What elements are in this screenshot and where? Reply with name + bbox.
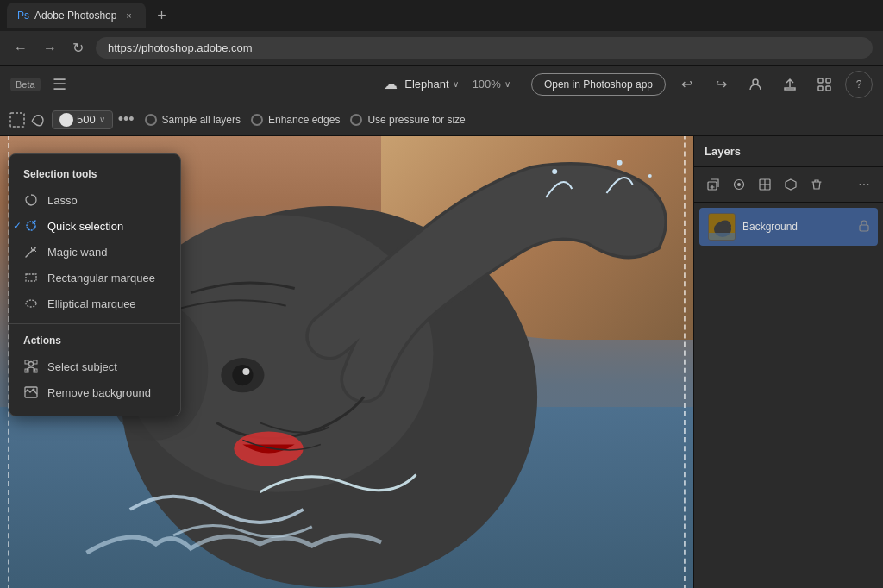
select-subject-icon: [23, 359, 39, 374]
rectangular-marquee-label: Rectangular marquee: [47, 272, 155, 285]
share-button[interactable]: [776, 71, 804, 98]
sample-all-layers-toggle[interactable]: Sample all layers: [145, 114, 241, 126]
adjustment-button[interactable]: [753, 172, 777, 197]
nav-forward-button[interactable]: →: [40, 37, 60, 59]
share-icon: [783, 78, 797, 91]
smart-object-button[interactable]: [779, 172, 803, 197]
lock-icon: [859, 220, 869, 232]
zoom-chevron: ∨: [504, 79, 510, 89]
tool-icons: [9, 111, 47, 128]
selection-lasso-icon: [29, 111, 47, 128]
undo-button[interactable]: ↩: [673, 71, 700, 98]
svg-point-10: [242, 368, 249, 375]
settings-icon: [817, 78, 831, 91]
new-tab-button[interactable]: +: [149, 3, 173, 28]
redo-button[interactable]: ↪: [707, 71, 735, 98]
layers-panel-title: Layers: [705, 145, 741, 158]
layers-more-button[interactable]: ···: [852, 172, 876, 197]
elliptical-marquee-label: Elliptical marquee: [47, 297, 136, 310]
canvas-area[interactable]: Selection tools Lasso ✓: [0, 136, 693, 588]
quick-selection-menu-item[interactable]: ✓ Quick selection: [9, 213, 180, 239]
elliptical-marquee-menu-item[interactable]: Elliptical marquee: [9, 291, 180, 316]
remove-background-label: Remove background: [47, 386, 151, 399]
svg-point-30: [737, 183, 741, 186]
main-area: Selection tools Lasso ✓: [0, 136, 883, 588]
help-button[interactable]: ?: [845, 71, 873, 98]
tab-title: Adobe Photoshop: [34, 9, 116, 22]
open-photoshop-button[interactable]: Open in Photoshop app: [531, 73, 666, 96]
svg-point-27: [33, 389, 35, 391]
sample-all-layers-radio[interactable]: [145, 114, 157, 126]
magic-wand-menu-item[interactable]: Magic wand: [9, 239, 180, 265]
browser-tab-active[interactable]: Ps Adobe Photoshop ×: [7, 3, 146, 28]
enhance-edges-radio[interactable]: [251, 114, 263, 126]
brush-size-value: 500: [77, 113, 96, 126]
nav-refresh-button[interactable]: ↻: [69, 36, 87, 59]
settings-button[interactable]: [811, 71, 838, 98]
selection-rect-icon: [9, 111, 26, 128]
select-subject-menu-item[interactable]: Select subject: [9, 353, 180, 379]
svg-rect-22: [25, 360, 28, 364]
brush-size-group: 500 ∨ •••: [9, 110, 135, 129]
use-pressure-toggle[interactable]: Use pressure for size: [350, 114, 465, 126]
quick-selection-icon: [23, 218, 39, 234]
brush-preview-circle: [59, 113, 73, 127]
rect-marquee-icon: [23, 270, 39, 285]
svg-point-13: [552, 169, 557, 174]
svg-point-9: [232, 365, 253, 385]
selection-tools-title: Selection tools: [9, 165, 180, 187]
app-container: Beta ☰ ☁ Elephant ∨ 100% ∨ Open in Photo…: [0, 66, 883, 588]
enhance-edges-toggle[interactable]: Enhance edges: [251, 114, 340, 126]
layers-list: Background: [694, 203, 883, 588]
doc-name-dropdown[interactable]: Elephant ∨: [404, 78, 458, 91]
svg-point-20: [26, 300, 36, 307]
rectangular-marquee-menu-item[interactable]: Rectangular marquee: [9, 265, 180, 291]
remove-background-icon: [23, 385, 39, 400]
select-subject-label: Select subject: [47, 360, 117, 373]
layer-item-background[interactable]: Background: [699, 208, 878, 246]
layer-thumbnail-background: [708, 213, 736, 241]
active-check: ✓: [13, 220, 22, 232]
menu-button[interactable]: ☰: [47, 72, 72, 97]
layers-panel: Layers: [693, 136, 883, 588]
menu-divider: [9, 323, 180, 324]
quick-selection-label: Quick selection: [47, 220, 123, 233]
svg-rect-4: [826, 86, 830, 91]
user-icon: [748, 78, 762, 91]
doc-name-chevron: ∨: [453, 79, 459, 89]
lasso-menu-item[interactable]: Lasso: [9, 187, 180, 213]
browser-chrome: Ps Adobe Photoshop × + ← → ↻: [0, 0, 883, 66]
magic-wand-icon: [23, 244, 39, 260]
remove-background-menu-item[interactable]: Remove background: [9, 379, 180, 405]
use-pressure-label: Use pressure for size: [367, 114, 465, 126]
delete-layer-button[interactable]: [805, 172, 829, 197]
lasso-icon: [23, 192, 39, 208]
browser-addressbar: ← → ↻: [0, 31, 883, 66]
adjustment-icon: [759, 178, 771, 191]
svg-rect-19: [26, 274, 36, 281]
tab-close-button[interactable]: ×: [122, 9, 135, 22]
svg-point-14: [617, 160, 623, 166]
actions-title: Actions: [9, 331, 180, 353]
options-bar: 500 ∨ ••• Sample all layers Enhance edge…: [0, 103, 883, 136]
options-more-button[interactable]: •••: [118, 110, 135, 128]
address-bar-input[interactable]: [96, 37, 873, 59]
ellipse-marquee-icon: [23, 296, 39, 311]
add-layer-button[interactable]: [701, 172, 725, 197]
use-pressure-radio[interactable]: [350, 114, 362, 126]
nav-back-button[interactable]: ←: [10, 37, 31, 59]
brush-size-dropdown[interactable]: 500 ∨: [52, 110, 113, 129]
add-layer-icon: [707, 178, 719, 191]
svg-point-15: [648, 174, 652, 178]
layers-header: Layers: [694, 136, 883, 167]
zoom-dropdown[interactable]: 100% ∨: [473, 78, 510, 91]
mask-button[interactable]: [727, 172, 751, 197]
enhance-edges-label: Enhance edges: [268, 114, 340, 126]
svg-rect-23: [34, 360, 37, 364]
svg-rect-34: [709, 233, 736, 241]
magic-wand-label: Magic wand: [47, 246, 107, 259]
user-button[interactable]: [742, 71, 769, 98]
svg-rect-5: [10, 113, 24, 127]
svg-rect-35: [860, 225, 868, 231]
beta-badge: Beta: [10, 78, 41, 91]
